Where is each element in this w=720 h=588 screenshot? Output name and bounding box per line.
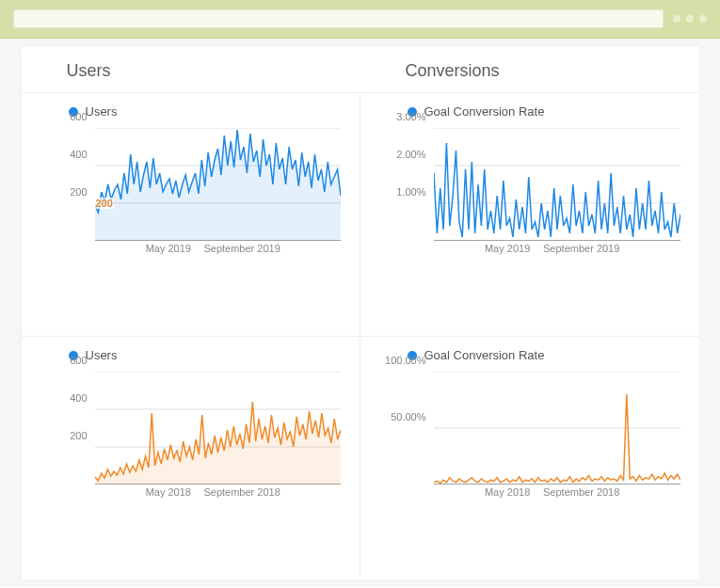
column-title-conversions: Conversions bbox=[360, 54, 699, 92]
y-tick-label: 50.00% bbox=[391, 411, 425, 422]
y-tick-label: 200 bbox=[70, 186, 87, 198]
y-tick-label: 600 bbox=[70, 355, 87, 366]
legend: Goal Conversion Rate bbox=[408, 104, 680, 119]
x-tick-label: September 2019 bbox=[543, 243, 619, 254]
window-controls bbox=[673, 15, 707, 23]
legend-label: Users bbox=[86, 104, 118, 119]
y-tick-label: 400 bbox=[70, 149, 87, 160]
chart-conv-2019: Goal Conversion Rate 1.00%2.00%3.00%May … bbox=[360, 92, 699, 336]
x-tick-label: May 2018 bbox=[146, 486, 191, 498]
legend: Goal Conversion Rate bbox=[408, 348, 680, 362]
legend: Users bbox=[69, 348, 341, 362]
legend-label: Goal Conversion Rate bbox=[424, 104, 545, 119]
y-tick-label: 3.00% bbox=[396, 111, 425, 122]
y-tick-label: 600 bbox=[70, 111, 87, 122]
x-tick-label: May 2019 bbox=[485, 243, 530, 254]
y-tick-label: 200 bbox=[70, 430, 87, 441]
dot-icon bbox=[673, 15, 680, 23]
x-tick-label: September 2019 bbox=[203, 243, 280, 254]
x-tick-label: May 2019 bbox=[146, 243, 191, 254]
legend-label: Goal Conversion Rate bbox=[424, 348, 545, 362]
y-tick-label: 400 bbox=[70, 392, 87, 404]
x-tick-label: May 2018 bbox=[485, 486, 530, 498]
chart-users-2019: Users 200400600May 2019September 2019200 bbox=[22, 92, 360, 336]
dot-icon bbox=[699, 15, 707, 23]
chart-annotation: 200 bbox=[95, 198, 114, 209]
chart-conv-2018: Goal Conversion Rate 50.00%100.00%May 20… bbox=[360, 336, 699, 580]
browser-chrome bbox=[0, 0, 720, 39]
legend-label: Users bbox=[86, 348, 118, 362]
column-title-users: Users bbox=[22, 54, 360, 92]
chart-users-2018: Users 200400600May 2018September 2018 bbox=[22, 336, 360, 580]
x-tick-label: September 2018 bbox=[543, 486, 619, 498]
panel-area: Users Conversions Users 200400600May 201… bbox=[22, 46, 699, 580]
dashboard: Users Conversions Users 200400600May 201… bbox=[0, 39, 720, 587]
url-bar[interactable] bbox=[13, 9, 664, 28]
legend: Users bbox=[69, 104, 341, 119]
y-tick-label: 100.00% bbox=[385, 355, 425, 366]
x-tick-label: September 2018 bbox=[203, 486, 280, 498]
dot-icon bbox=[686, 15, 694, 23]
y-tick-label: 2.00% bbox=[396, 149, 425, 160]
y-tick-label: 1.00% bbox=[396, 186, 425, 198]
